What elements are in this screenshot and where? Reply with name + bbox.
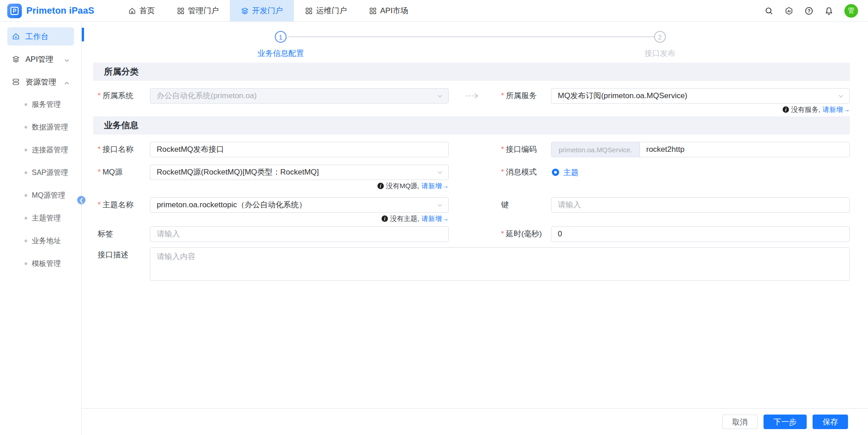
brand-name: Primeton iPaaS xyxy=(26,5,94,16)
nav-item-ops-portal[interactable]: 运维门户 xyxy=(294,0,358,21)
database-icon xyxy=(12,78,20,86)
nav-item-label: 运维门户 xyxy=(316,5,347,16)
sidebar-item-resource-mgmt[interactable]: 资源管理 xyxy=(7,73,74,91)
nav-item-dev-portal[interactable]: 开发门户 xyxy=(230,0,294,21)
service-add-link[interactable]: 请新增→ xyxy=(823,105,850,114)
main-content: 1 2 业务信息配置 接口发布 所属分类 所属系统 办公自动化系统(primet… xyxy=(82,22,868,435)
radio-selected-icon xyxy=(552,169,559,176)
search-icon[interactable] xyxy=(764,6,774,15)
sidebar: 工作台 API管理 资源管理 服务管理 数据源管理 连接器管理 SAP源管理 M… xyxy=(0,22,82,435)
service-hint-text: 没有服务, xyxy=(791,105,820,114)
mq-source-select-value: RocketMQ源(RocketMQ)[MQ类型：RocketMQ] xyxy=(150,165,437,180)
sidebar-item-api-mgmt[interactable]: API管理 xyxy=(7,50,74,68)
help-icon[interactable]: ? xyxy=(804,6,813,15)
sidebar-item-business-address[interactable]: 业务地址 xyxy=(0,232,81,250)
main-nav: 首页 管理门户 开发门户 运维门户 API市场 xyxy=(117,0,419,21)
mq-source-select[interactable]: RocketMQ源(RocketMQ)[MQ类型：RocketMQ] xyxy=(150,165,449,180)
bell-icon[interactable] xyxy=(824,6,833,15)
cancel-button[interactable]: 取消 xyxy=(722,415,758,429)
step-2-circle: 2 xyxy=(654,31,666,43)
grid-icon xyxy=(177,7,185,15)
field-label-mq-source: MQ源 xyxy=(93,165,150,180)
grid-icon xyxy=(305,7,313,15)
layers-icon xyxy=(241,7,249,15)
home-icon xyxy=(12,32,20,40)
home-icon xyxy=(128,7,136,15)
nav-item-label: 首页 xyxy=(139,5,155,16)
sidebar-item-mq-mgmt[interactable]: MQ源管理 xyxy=(0,186,81,205)
sidebar-item-template-mgmt[interactable]: 模板管理 xyxy=(0,255,81,273)
sidebar-subitem-label: 模板管理 xyxy=(32,259,61,269)
sidebar-item-datasource-mgmt[interactable]: 数据源管理 xyxy=(0,118,81,136)
save-button[interactable]: 保存 xyxy=(813,415,848,429)
field-label-topic-name: 主题名称 xyxy=(93,197,150,213)
sidebar-item-sap-mgmt[interactable]: SAP源管理 xyxy=(0,164,81,182)
field-label-message-mode: 消息模式 xyxy=(496,165,551,180)
tag-input[interactable] xyxy=(150,227,448,241)
sidebar-item-service-mgmt[interactable]: 服务管理 xyxy=(0,95,81,114)
key-input[interactable] xyxy=(551,198,849,212)
message-mode-radio-topic[interactable]: 主题 xyxy=(551,165,850,180)
chevron-down-icon xyxy=(838,93,849,99)
field-label-interface-code: 接口编码 xyxy=(496,142,551,157)
nav-item-label: 管理门户 xyxy=(188,5,219,16)
sidebar-item-connector-mgmt[interactable]: 连接器管理 xyxy=(0,141,81,159)
field-label-interface-name: 接口名称 xyxy=(93,142,150,157)
interface-code-prefix: primeton.oa.MQService. xyxy=(551,142,640,157)
brand-logo-icon: P xyxy=(7,4,22,18)
chevron-down-icon xyxy=(64,56,69,62)
step-1-label: 业务信息配置 xyxy=(258,48,304,59)
sidebar-subitem-label: SAP源管理 xyxy=(32,168,68,178)
bullet-icon xyxy=(25,149,27,151)
step-2-label: 接口发布 xyxy=(645,48,675,59)
bullet-icon xyxy=(25,240,27,242)
sidebar-subitem-label: MQ源管理 xyxy=(32,191,65,200)
topic-name-select[interactable]: primeton.oa.rockettopic（办公自动化系统） xyxy=(150,197,449,213)
brand[interactable]: P Primeton iPaaS xyxy=(0,0,114,21)
topic-add-link[interactable]: 请新增→ xyxy=(422,215,449,223)
system-select[interactable]: 办公自动化系统(primeton.oa) xyxy=(150,88,449,104)
sidebar-item-label: 工作台 xyxy=(25,31,49,42)
sidebar-item-workbench[interactable]: 工作台 xyxy=(7,27,74,45)
step-connector xyxy=(288,36,654,37)
description-textarea[interactable] xyxy=(150,247,850,281)
radio-label: 主题 xyxy=(563,167,579,178)
topic-hint-text: 没有主题, xyxy=(390,215,419,223)
service-select[interactable]: MQ发布订阅(primeton.oa.MQService) xyxy=(551,88,850,104)
field-label-description: 接口描述 xyxy=(93,247,150,263)
section-title-business: 业务信息 xyxy=(93,116,850,135)
interface-code-input[interactable] xyxy=(640,142,849,157)
bullet-icon xyxy=(25,126,27,129)
field-label-delay: 延时(毫秒) xyxy=(496,226,551,242)
next-step-button[interactable]: 下一步 xyxy=(764,415,807,429)
mq-source-hint-text: 没有MQ源, xyxy=(386,182,419,190)
section-title-category: 所属分类 xyxy=(93,63,850,81)
bullet-icon xyxy=(25,103,27,106)
nav-item-api-market[interactable]: API市场 xyxy=(358,0,419,21)
nav-item-admin-portal[interactable]: 管理门户 xyxy=(166,0,230,21)
ai-icon[interactable]: AI xyxy=(784,6,794,15)
bullet-icon xyxy=(25,262,27,265)
user-avatar[interactable]: 管 xyxy=(844,4,858,18)
field-label-service: 所属服务 xyxy=(496,88,551,104)
delay-input[interactable] xyxy=(551,227,849,241)
info-icon: i xyxy=(377,183,384,189)
step-1-circle: 1 xyxy=(275,31,287,43)
field-label-system: 所属系统 xyxy=(93,88,150,104)
sidebar-subitem-label: 数据源管理 xyxy=(32,123,68,132)
chevron-down-icon xyxy=(437,170,448,175)
sidebar-subitem-label: 连接器管理 xyxy=(32,145,68,155)
bullet-icon xyxy=(25,194,27,197)
layers-icon xyxy=(12,55,20,63)
mq-source-add-link[interactable]: 请新增→ xyxy=(422,182,449,190)
interface-name-input[interactable] xyxy=(150,142,448,157)
nav-item-label: API市场 xyxy=(380,5,408,16)
bullet-icon xyxy=(25,171,27,174)
nav-item-home[interactable]: 首页 xyxy=(117,0,166,21)
nav-item-label: 开发门户 xyxy=(252,5,283,16)
sidebar-item-topic-mgmt[interactable]: 主题管理 xyxy=(0,209,81,227)
sidebar-subitem-label: 业务地址 xyxy=(32,236,61,246)
sidebar-subitem-label: 主题管理 xyxy=(32,214,61,223)
sidebar-collapse-button[interactable]: ❮ xyxy=(77,196,85,204)
field-label-key: 键 xyxy=(496,197,551,213)
